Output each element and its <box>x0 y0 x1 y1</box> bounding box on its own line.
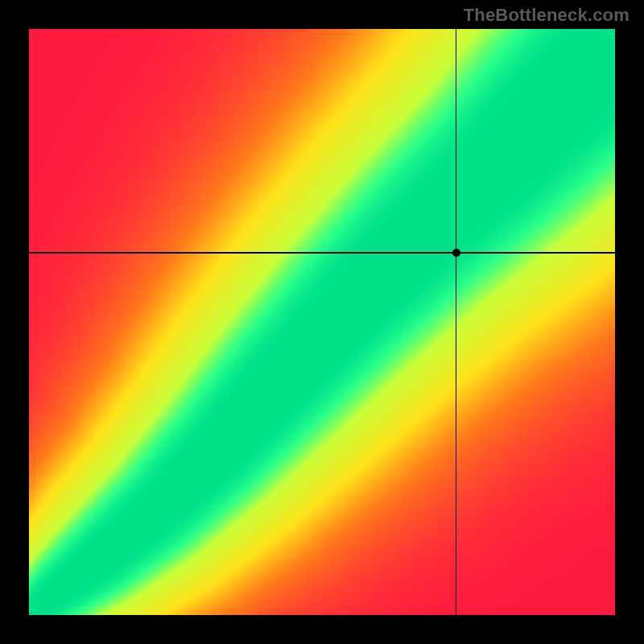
chart-stage: TheBottleneck.com <box>0 0 644 644</box>
heatmap-canvas <box>29 29 615 615</box>
watermark-label: TheBottleneck.com <box>464 5 630 26</box>
heatmap-plot <box>29 29 615 615</box>
crosshair-vertical <box>456 29 457 615</box>
crosshair-horizontal <box>29 252 615 254</box>
crosshair-marker <box>452 249 460 257</box>
